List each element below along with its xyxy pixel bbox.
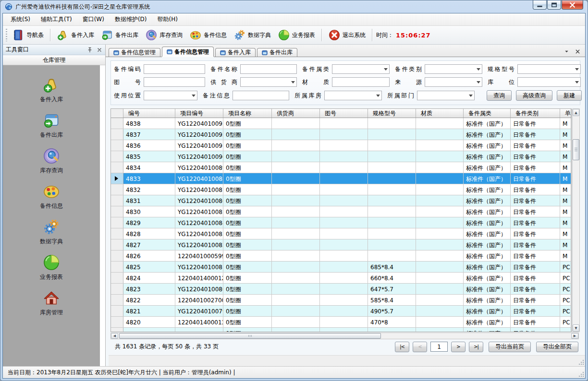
table-cell: YG12204010085 bbox=[175, 206, 223, 217]
menu-item-1[interactable]: 辅助工具(T) bbox=[36, 14, 77, 25]
table-row[interactable]: 4829YG122040100840型圈标准件（国产）日常备件M bbox=[111, 217, 571, 228]
table-row[interactable]: 4827YG122040100820型圈标准件（国产）日常备件M bbox=[111, 239, 571, 250]
column-header-7[interactable]: 备件属类 bbox=[464, 109, 511, 118]
toolbar-button-label: 库存查询 bbox=[159, 31, 183, 39]
tool-window-close-icon[interactable] bbox=[97, 47, 102, 53]
new-button[interactable]: 新建 bbox=[557, 90, 582, 101]
scroll-right-icon[interactable]: ▶ bbox=[571, 333, 578, 339]
menu-item-3[interactable]: 数据维护(D) bbox=[110, 14, 152, 25]
column-header-2[interactable]: 项目名称 bbox=[223, 109, 272, 118]
vertical-scrollbar[interactable]: ▲ ▼ bbox=[572, 108, 580, 332]
column-header-9[interactable]: 单位 bbox=[560, 109, 571, 118]
minimize-button[interactable] bbox=[533, 0, 547, 10]
tab-close-icon[interactable] bbox=[575, 49, 580, 54]
chevron-down-icon bbox=[192, 95, 196, 97]
maximize-button[interactable] bbox=[547, 0, 561, 10]
table-row[interactable]: 4823YG122040100800型圈647*5.7标准件（国产）日常备件PC bbox=[111, 284, 571, 295]
search-input-1-0[interactable] bbox=[144, 77, 205, 87]
tab-0[interactable]: 备件信息管理 bbox=[109, 48, 160, 57]
table-row[interactable]: 482612204010005990型圈标准件（国产）日常备件M bbox=[111, 250, 571, 262]
toolbar-button-4[interactable]: 备件信息 bbox=[186, 27, 230, 43]
search-combo-1-3[interactable] bbox=[425, 77, 482, 87]
toolbar-button-1[interactable]: 备件入库 bbox=[54, 27, 97, 43]
table-row[interactable]: 4833YG122040100880型圈标准件（国产）日常备件M bbox=[111, 173, 571, 184]
table-row[interactable]: 4830YG122040100850型圈标准件（国产）日常备件M bbox=[111, 206, 571, 217]
advanced-query-button[interactable]: 高级查询 bbox=[516, 90, 552, 101]
menu-item-2[interactable]: 窗口(W) bbox=[78, 14, 109, 25]
menu-item-4[interactable]: 帮助(H) bbox=[153, 14, 183, 25]
search-combo-2-2[interactable] bbox=[324, 91, 382, 100]
close-button[interactable] bbox=[562, 0, 583, 10]
toolbar-button-6[interactable]: 业务报表 bbox=[275, 27, 318, 43]
column-header-4[interactable]: 图号 bbox=[320, 109, 368, 118]
window-resize-grip[interactable] bbox=[583, 376, 584, 377]
column-header-1[interactable]: 项目编号 bbox=[175, 109, 223, 118]
tab-1[interactable]: 备件信息管理 bbox=[162, 47, 214, 57]
horizontal-scrollbar[interactable]: ◀ ▶ bbox=[110, 333, 579, 339]
column-header-3[interactable]: 供货商 bbox=[272, 109, 320, 118]
page-number-input[interactable] bbox=[430, 342, 448, 352]
table-row[interactable]: 4821YG122040100790型圈490*5.7标准件（国产）日常备件PC bbox=[111, 306, 571, 317]
search-combo-2-3[interactable] bbox=[417, 91, 475, 100]
next-page-button[interactable]: > bbox=[451, 342, 466, 352]
table-row[interactable]: 482412204014000120型圈660*8.4标准件（国产）日常备件PC bbox=[111, 273, 571, 284]
export-all-pages-button[interactable]: 导出全部页 bbox=[536, 342, 578, 352]
search-combo-1-1[interactable] bbox=[240, 77, 297, 87]
tab-3[interactable]: 备件出库 bbox=[257, 48, 297, 57]
toolbar-button-5[interactable]: 数据字典 bbox=[231, 27, 274, 43]
vertical-scroll-thumb[interactable] bbox=[573, 139, 579, 160]
horizontal-scroll-thumb[interactable] bbox=[119, 333, 381, 339]
last-page-button[interactable]: >| bbox=[469, 342, 483, 352]
sidebar-item-4[interactable]: 数据字典 bbox=[3, 214, 100, 250]
table-row[interactable]: 4835YG122040100900型圈标准件（国产）日常备件M bbox=[111, 151, 571, 162]
table-row[interactable]: 4831YG122040100860型圈标准件（国产）日常备件M bbox=[111, 195, 571, 206]
sidebar-item-3[interactable]: 备件信息 bbox=[3, 179, 100, 214]
table-row[interactable]: 4838YG122040100930型圈标准件（国产）日常备件M bbox=[111, 118, 571, 129]
prev-page-button[interactable]: < bbox=[413, 342, 427, 352]
column-header-8[interactable]: 备件类别 bbox=[511, 109, 560, 118]
search-input-2-1[interactable] bbox=[233, 91, 289, 100]
scroll-down-icon[interactable]: ▼ bbox=[573, 324, 579, 332]
scroll-left-icon[interactable]: ◀ bbox=[111, 333, 118, 339]
search-input-0-0[interactable] bbox=[144, 64, 205, 74]
sidebar-item-1[interactable]: 备件出库 bbox=[3, 107, 100, 143]
toolbar-button-0[interactable]: 导航条 bbox=[9, 27, 47, 43]
column-header-0[interactable]: 编号 bbox=[123, 109, 175, 118]
tab-list-chevron-down-icon[interactable] bbox=[564, 49, 569, 54]
table-cell: 0型圈 bbox=[223, 217, 272, 228]
table-row[interactable]: 4836YG122040100910型圈标准件（国产）日常备件M bbox=[111, 140, 571, 151]
table-row[interactable]: 4834YG122040100890型圈标准件（国产）日常备件M bbox=[111, 162, 571, 173]
menu-item-0[interactable]: 系统(S) bbox=[6, 14, 35, 25]
sidebar-item-0[interactable]: 备件入库 bbox=[3, 72, 100, 107]
table-row[interactable]: 482212204010027000型圈585*8.4标准件（国产）日常备件PC bbox=[111, 295, 571, 306]
table-row[interactable]: 4825YG122040100810型圈685*8.4标准件（国产）日常备件PC bbox=[111, 262, 571, 273]
search-combo-0-3[interactable] bbox=[425, 64, 482, 74]
first-page-button[interactable]: |< bbox=[395, 342, 409, 352]
column-header-6[interactable]: 材质 bbox=[416, 109, 464, 118]
table-cell: 日常备件 bbox=[511, 129, 560, 140]
resize-grip[interactable] bbox=[583, 364, 584, 365]
search-combo-1-4[interactable] bbox=[517, 77, 581, 87]
table-row[interactable]: 4828YG122040100830型圈标准件（国产）日常备件M bbox=[111, 228, 571, 239]
table-row[interactable]: 4832YG122040100870型圈标准件（国产）日常备件M bbox=[111, 184, 571, 195]
tab-2[interactable]: 备件入库 bbox=[215, 48, 256, 57]
scroll-up-icon[interactable]: ▲ bbox=[573, 109, 579, 116]
toolbar-button-2[interactable]: 备件出库 bbox=[98, 27, 141, 43]
search-combo-0-2[interactable] bbox=[332, 64, 390, 74]
table-row[interactable]: 4837YG122040100920型圈标准件（国产）日常备件M bbox=[111, 129, 571, 140]
search-combo-2-0[interactable] bbox=[144, 91, 197, 100]
export-current-page-button[interactable]: 导出当前页 bbox=[489, 342, 531, 352]
search-input-0-1[interactable] bbox=[240, 64, 297, 74]
search-combo-0-4[interactable] bbox=[517, 64, 581, 74]
toolbar-button-3[interactable]: 库存查询 bbox=[142, 27, 185, 43]
toolbar-grip[interactable] bbox=[6, 29, 7, 41]
table-row[interactable]: 482012204014000130型圈470*8标准件（国产）日常备件PC bbox=[111, 317, 571, 328]
query-button[interactable]: 查询 bbox=[487, 90, 512, 101]
search-input-1-2[interactable] bbox=[332, 77, 390, 87]
column-header-5[interactable]: 规格型号 bbox=[368, 109, 416, 118]
sidebar-item-2[interactable]: 库存查询 bbox=[3, 143, 100, 179]
sidebar-item-5[interactable]: 业务报表 bbox=[3, 250, 100, 285]
pin-icon[interactable] bbox=[87, 47, 93, 53]
sidebar-item-6[interactable]: 库房管理 bbox=[3, 285, 100, 321]
toolbar-button-7[interactable]: 退出系统 bbox=[325, 27, 368, 43]
